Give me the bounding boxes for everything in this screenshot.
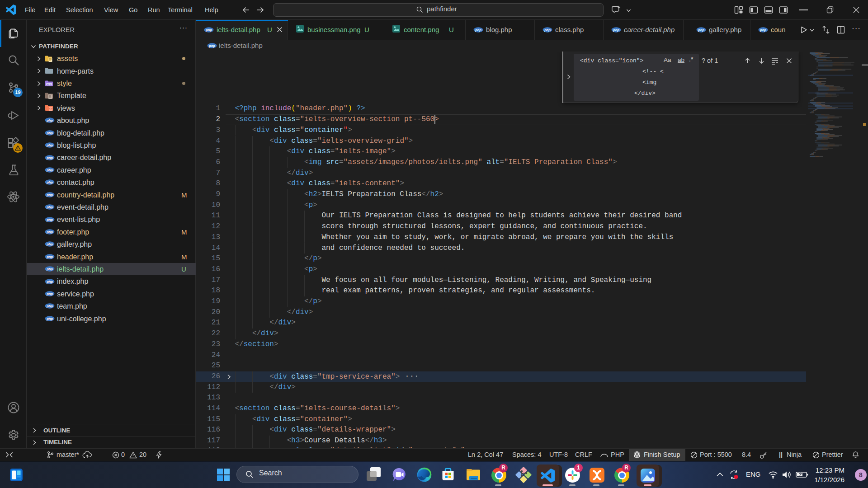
- svg-text:php: php: [46, 180, 53, 184]
- svg-text:php: php: [46, 267, 53, 271]
- svg-text:php: php: [46, 168, 53, 172]
- svg-text:php: php: [613, 28, 619, 32]
- svg-text:php: php: [208, 44, 215, 48]
- svg-text:php: php: [760, 28, 766, 32]
- svg-text:php: php: [698, 28, 704, 32]
- svg-text:php: php: [205, 28, 212, 32]
- svg-text:<>: <>: [49, 108, 52, 111]
- svg-text:php: php: [46, 291, 53, 296]
- svg-text:php: php: [46, 118, 53, 122]
- svg-text:php: php: [46, 205, 53, 209]
- svg-text:php: php: [46, 131, 53, 135]
- svg-text:CSS: CSS: [46, 83, 52, 86]
- svg-text:php: php: [46, 230, 53, 234]
- svg-text:php: php: [46, 192, 53, 197]
- svg-text:php: php: [46, 217, 53, 221]
- svg-text:php: php: [46, 242, 53, 246]
- svg-text:php: php: [46, 304, 53, 308]
- svg-text:php: php: [46, 155, 53, 160]
- svg-text:php: php: [544, 28, 551, 32]
- svg-text:php: php: [46, 279, 53, 283]
- svg-text:php: php: [46, 316, 53, 320]
- svg-text:php: php: [475, 28, 481, 32]
- svg-text:php: php: [46, 254, 53, 258]
- svg-text:php: php: [46, 143, 53, 147]
